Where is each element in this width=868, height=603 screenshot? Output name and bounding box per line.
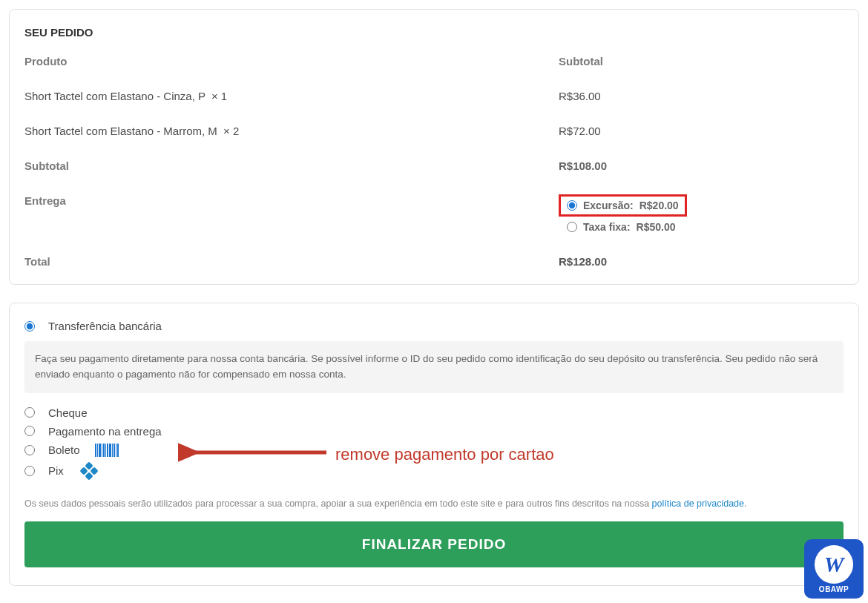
- order-header-row: Produto Subtotal: [24, 55, 844, 67]
- svg-rect-0: [85, 462, 93, 470]
- subtotal-header: Subtotal: [559, 55, 844, 67]
- order-item-row: Short Tactel com Elastano - Cinza, P × 1…: [24, 90, 844, 102]
- shipping-option-label: Taxa fixa:: [583, 221, 631, 233]
- total-label: Total: [24, 255, 559, 268]
- payment-option-cash-on-delivery[interactable]: Pagamento na entrega: [24, 425, 844, 438]
- privacy-text: Os seus dados pessoais serão utilizados …: [24, 497, 844, 511]
- shipping-label: Entrega: [24, 194, 559, 207]
- svg-rect-3: [90, 467, 98, 475]
- product-qty: × 2: [223, 125, 239, 137]
- payment-description: Faça seu pagamento diretamente para noss…: [24, 341, 844, 393]
- payment-label: Cheque: [48, 406, 88, 419]
- badge-label: OBAWP: [819, 585, 849, 593]
- pix-icon: [79, 463, 99, 479]
- privacy-policy-link[interactable]: política de privacidade: [652, 498, 744, 509]
- badge-circle: W: [815, 545, 853, 584]
- product-name: Short Tactel com Elastano - Cinza, P: [24, 90, 206, 102]
- obawp-badge[interactable]: W OBAWP: [804, 539, 864, 599]
- total-value: R$128.00: [559, 255, 844, 268]
- product-name: Short Tactel com Elastano - Marrom, M: [24, 125, 217, 137]
- place-order-button[interactable]: FINALIZAR PEDIDO: [24, 521, 844, 567]
- payment-options-list: Cheque Pagamento na entrega Boleto Pix: [24, 406, 844, 479]
- payment-radio[interactable]: [24, 426, 35, 436]
- shipping-option-price: R$20.00: [640, 200, 679, 211]
- payment-label: Transferência bancária: [48, 320, 162, 332]
- shipping-option-excursao[interactable]: Excursão: R$20.00: [559, 194, 687, 217]
- shipping-radio[interactable]: [567, 222, 577, 232]
- payment-option-boleto[interactable]: Boleto: [24, 444, 844, 457]
- shipping-option-taxa-fixa[interactable]: Taxa fixa: R$50.00: [559, 221, 844, 233]
- product-qty: × 1: [211, 90, 227, 102]
- order-summary-card: SEU PEDIDO Produto Subtotal Short Tactel…: [9, 9, 859, 285]
- product-price: R$72.00: [559, 125, 844, 137]
- shipping-option-price: R$50.00: [637, 221, 676, 233]
- product-price: R$36.00: [559, 90, 844, 102]
- payment-radio[interactable]: [24, 445, 35, 455]
- shipping-option-label: Excursão:: [583, 200, 634, 211]
- subtotal-label: Subtotal: [24, 159, 559, 172]
- payment-radio[interactable]: [24, 321, 35, 332]
- payment-card: Transferência bancária Faça seu pagament…: [9, 303, 859, 586]
- order-title: SEU PEDIDO: [24, 26, 844, 39]
- subtotal-value: R$108.00: [559, 159, 844, 172]
- shipping-options: Excursão: R$20.00 Taxa fixa: R$50.00: [559, 194, 844, 233]
- svg-rect-2: [79, 467, 88, 475]
- badge-letter: W: [824, 552, 844, 577]
- shipping-row: Entrega Excursão: R$20.00 Taxa fixa: R$5…: [24, 194, 844, 233]
- payment-label: Boleto: [48, 444, 80, 456]
- subtotal-row: Subtotal R$108.00: [24, 159, 844, 172]
- payment-label: Pagamento na entrega: [48, 425, 162, 438]
- product-header: Produto: [24, 55, 559, 67]
- order-item-row: Short Tactel com Elastano - Marrom, M × …: [24, 125, 844, 137]
- period: .: [744, 498, 746, 509]
- total-row: Total R$128.00: [24, 255, 844, 268]
- privacy-text-content: Os seus dados pessoais serão utilizados …: [24, 498, 652, 509]
- shipping-radio[interactable]: [567, 200, 577, 211]
- payment-option-cheque[interactable]: Cheque: [24, 406, 844, 419]
- payment-radio[interactable]: [24, 466, 35, 476]
- payment-label: Pix: [48, 464, 64, 477]
- payment-option-bank-transfer[interactable]: Transferência bancária: [24, 320, 844, 332]
- barcode-icon: [95, 444, 119, 457]
- svg-rect-1: [85, 472, 93, 480]
- payment-option-pix[interactable]: Pix: [24, 463, 844, 479]
- payment-radio[interactable]: [24, 407, 35, 418]
